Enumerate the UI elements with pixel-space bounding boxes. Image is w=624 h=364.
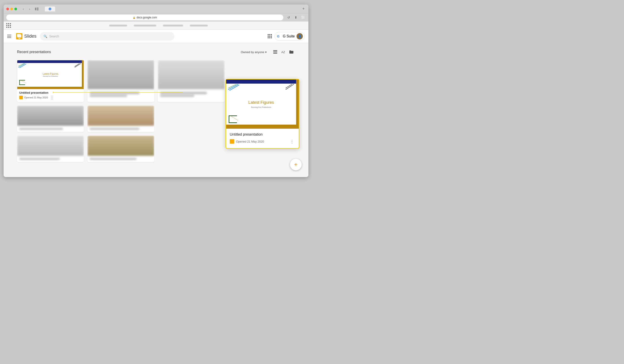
- svg-line-18: [75, 63, 81, 67]
- tooltip-slide-bottom-border: [226, 125, 299, 129]
- slides-logo[interactable]: Slides: [16, 33, 36, 39]
- tooltip-slide-top-border: [226, 79, 299, 84]
- tooltip-card: Latest Figures Running Fox Productions: [226, 79, 299, 149]
- featured-card-thumbnail: Latest Figures Running Fox Productions: [17, 60, 84, 89]
- featured-card-date: Opened 21 May 2020: [24, 96, 48, 99]
- maximize-button[interactable]: [14, 8, 17, 10]
- search-icon: 🔍: [44, 34, 47, 38]
- list-view-button[interactable]: [272, 49, 279, 55]
- svg-text:AZ: AZ: [281, 51, 285, 54]
- reload-button[interactable]: ↺: [286, 15, 291, 20]
- blurred-info-3: [158, 89, 225, 100]
- section-header: Recent presentations Owned by anyone ▾ A…: [17, 49, 295, 55]
- gsuite-badge[interactable]: G G Suite 👤: [275, 32, 305, 41]
- blurred-tab-4: [190, 25, 208, 26]
- blurred-card-row3-2[interactable]: [87, 136, 154, 162]
- header-right: G G Suite 👤: [268, 32, 305, 41]
- search-placeholder-text: Search: [49, 34, 171, 38]
- minimize-button[interactable]: [10, 8, 13, 10]
- google-g-icon: G: [277, 34, 281, 39]
- svg-rect-7: [17, 34, 21, 37]
- svg-line-22: [230, 85, 239, 91]
- featured-presentation-card[interactable]: Latest Figures Running Fox Productions U…: [17, 60, 84, 102]
- blurred-info-2: [87, 89, 154, 100]
- apps-grid-icon[interactable]: [268, 34, 272, 38]
- blurred-card-row2-2[interactable]: [87, 105, 154, 132]
- browser-actions: ↺ ⬆ ⬜: [286, 15, 306, 20]
- tooltip-bl-deco: [228, 115, 238, 124]
- nav-buttons: ‹ ›: [21, 6, 32, 12]
- fullscreen-button[interactable]: ⬜: [300, 15, 306, 20]
- slide-bl-deco: [18, 79, 26, 86]
- svg-line-19: [75, 63, 79, 67]
- blurred-tab-3: [163, 25, 183, 26]
- featured-card-more-button[interactable]: ⋮: [49, 95, 55, 100]
- new-presentation-fab[interactable]: +: [290, 159, 302, 170]
- url-bar[interactable]: 🔒 docs.google.com: [6, 15, 283, 20]
- url-bar-wrapper: 🔒 docs.google.com ↺ ⬆ ⬜: [3, 13, 309, 22]
- section-controls: Owned by anyone ▾ AZ: [238, 49, 295, 55]
- slide-top-border: [17, 60, 84, 63]
- sidebar-toggle-icon[interactable]: [34, 6, 39, 12]
- search-bar[interactable]: 🔍 Search: [40, 32, 174, 41]
- slide-tr-deco: [75, 63, 81, 67]
- browser-tab-bar: G: [45, 6, 298, 11]
- avatar[interactable]: 👤: [297, 33, 303, 39]
- hamburger-menu-icon[interactable]: [7, 34, 13, 39]
- new-tab-button[interactable]: +: [301, 7, 306, 11]
- blurred-card-3[interactable]: [158, 60, 225, 102]
- folder-view-button[interactable]: [288, 49, 295, 55]
- traffic-lights: [6, 8, 17, 10]
- svg-rect-9: [18, 38, 20, 39]
- browser-tab[interactable]: G: [45, 6, 55, 11]
- svg-rect-0: [35, 8, 36, 10]
- tooltip-info: Untitled presentation Opened 21 May 2020…: [226, 129, 299, 148]
- tooltip-tl-deco: [228, 84, 239, 91]
- svg-line-15: [18, 63, 25, 67]
- google-apps-bar: [3, 22, 309, 29]
- slide-tl-deco: [18, 63, 26, 68]
- svg-rect-2: [37, 8, 39, 9]
- slides-title-text: Slides: [24, 34, 36, 39]
- slide-center-content: Latest Figures Running Fox Productions: [43, 72, 58, 77]
- google-apps-grid-icon[interactable]: [6, 23, 11, 28]
- blurred-card-2[interactable]: [87, 60, 154, 102]
- slide-right-border: [82, 60, 84, 89]
- blurred-info-r2-1: [17, 126, 84, 132]
- content-area: Recent presentations Owned by anyone ▾ A…: [3, 43, 309, 177]
- lock-icon: 🔒: [133, 16, 135, 19]
- share-button[interactable]: ⬆: [293, 15, 299, 20]
- svg-rect-3: [37, 10, 39, 10]
- blurred-card-row3-1[interactable]: [17, 136, 84, 162]
- tooltip-slide-inner: Latest Figures Running Fox Productions: [226, 79, 299, 129]
- tooltip-date-text: Opened 21 May 2020: [236, 140, 287, 143]
- blurred-tab-1: [109, 25, 127, 26]
- svg-rect-1: [37, 8, 39, 8]
- tooltip-slides-icon: [230, 139, 234, 144]
- blurred-thumb-r2-2: [87, 105, 154, 126]
- blurred-thumb-r3-1: [17, 136, 84, 156]
- tooltip-slide-subtitle: Running Fox Productions: [251, 106, 271, 108]
- back-button[interactable]: ‹: [21, 6, 26, 12]
- svg-line-26: [231, 116, 238, 120]
- gsuite-label: G Suite: [283, 34, 295, 38]
- sort-view-button[interactable]: AZ: [280, 49, 287, 55]
- slides-header: Slides 🔍 Search G G Suite 👤: [3, 29, 309, 43]
- forward-button[interactable]: ›: [27, 6, 32, 12]
- blurred-thumb-r3-2: [87, 136, 154, 156]
- owned-by-label: Owned by anyone: [241, 51, 264, 54]
- svg-line-20: [21, 80, 26, 83]
- slide-bottom-border: [17, 87, 84, 89]
- section-title: Recent presentations: [17, 50, 238, 54]
- empty-r3-3: [158, 136, 225, 162]
- tooltip-meta: Opened 21 May 2020 ⋮: [230, 138, 295, 145]
- tooltip-tr-deco: [285, 84, 294, 90]
- tooltip-more-button[interactable]: ⋮: [289, 138, 295, 145]
- blurred-card-row2-1[interactable]: [17, 105, 84, 132]
- slide-subtitle: Running Fox Productions: [43, 76, 58, 77]
- owned-by-button[interactable]: Owned by anyone ▾: [238, 49, 269, 55]
- svg-rect-8: [19, 38, 20, 38]
- view-toggle: AZ: [272, 49, 295, 55]
- blurred-thumb-r2-1: [17, 105, 84, 126]
- close-button[interactable]: [6, 8, 9, 10]
